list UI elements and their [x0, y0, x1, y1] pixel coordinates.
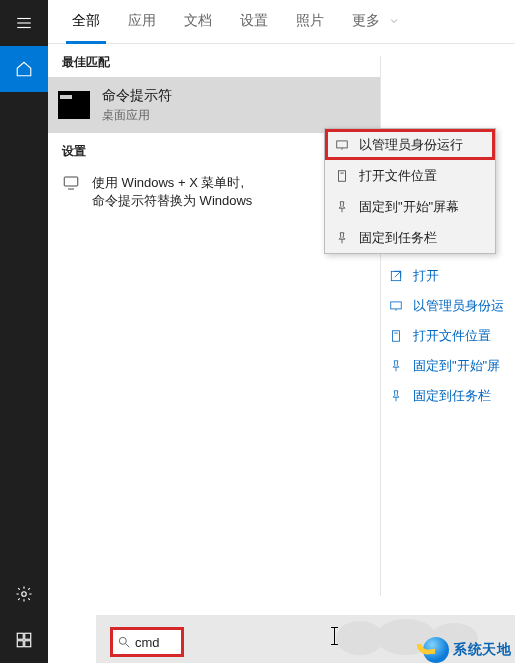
tab-more-label: 更多	[352, 12, 380, 28]
best-match-subtitle: 桌面应用	[102, 107, 172, 124]
ctx-run-admin[interactable]: 以管理员身份运行	[325, 129, 495, 160]
tab-docs[interactable]: 文档	[170, 0, 226, 44]
menu-button[interactable]	[0, 0, 48, 46]
preview-pin-taskbar[interactable]: 固定到任务栏	[381, 381, 515, 411]
svg-rect-6	[17, 641, 23, 647]
tab-apps[interactable]: 应用	[114, 0, 170, 44]
search-icon	[117, 635, 131, 649]
tab-settings[interactable]: 设置	[226, 0, 282, 44]
tab-photos[interactable]: 照片	[282, 0, 338, 44]
tab-all[interactable]: 全部	[58, 0, 114, 44]
preview-open-location[interactable]: 打开文件位置	[381, 321, 515, 351]
preview-run-admin[interactable]: 以管理员身份运	[381, 291, 515, 321]
svg-rect-5	[25, 633, 31, 639]
svg-rect-18	[337, 140, 348, 147]
svg-point-3	[22, 592, 27, 597]
ctx-pin-taskbar[interactable]: 固定到任务栏	[325, 222, 495, 253]
search-value: cmd	[135, 635, 160, 650]
ctx-open-location[interactable]: 打开文件位置	[325, 160, 495, 191]
best-match-title: 命令提示符	[102, 87, 172, 105]
search-bar: cmd 系统天地	[96, 615, 515, 663]
svg-rect-7	[25, 641, 31, 647]
svg-line-24	[126, 644, 130, 648]
svg-point-23	[119, 637, 126, 644]
monitor-icon	[62, 174, 80, 196]
svg-line-12	[395, 271, 401, 277]
globe-icon	[423, 637, 449, 663]
cmd-icon	[58, 91, 90, 119]
filter-tabs: 全部 应用 文档 设置 照片 更多	[48, 0, 515, 44]
context-menu: 以管理员身份运行 打开文件位置 固定到"开始"屏幕 固定到任务栏	[324, 128, 496, 254]
home-button[interactable]	[0, 46, 48, 92]
ctx-pin-start[interactable]: 固定到"开始"屏幕	[325, 191, 495, 222]
setting-text-line1: 使用 Windows + X 菜单时,	[92, 174, 252, 192]
preview-open[interactable]: 打开	[381, 261, 515, 291]
search-input[interactable]: cmd	[110, 627, 184, 657]
chevron-down-icon	[388, 12, 400, 28]
text-cursor-icon	[334, 627, 335, 645]
svg-rect-19	[339, 170, 346, 181]
tab-more[interactable]: 更多	[338, 0, 414, 44]
svg-rect-13	[391, 302, 402, 309]
settings-button[interactable]	[0, 571, 48, 617]
sidebar	[0, 0, 48, 663]
preview-pin-start[interactable]: 固定到"开始"屏	[381, 351, 515, 381]
setting-text-line2: 命令提示符替换为 Windows	[92, 192, 252, 210]
watermark: 系统天地	[423, 637, 511, 663]
start-button[interactable]	[0, 617, 48, 663]
svg-rect-9	[64, 177, 78, 186]
svg-rect-4	[17, 633, 23, 639]
svg-rect-14	[393, 331, 400, 342]
